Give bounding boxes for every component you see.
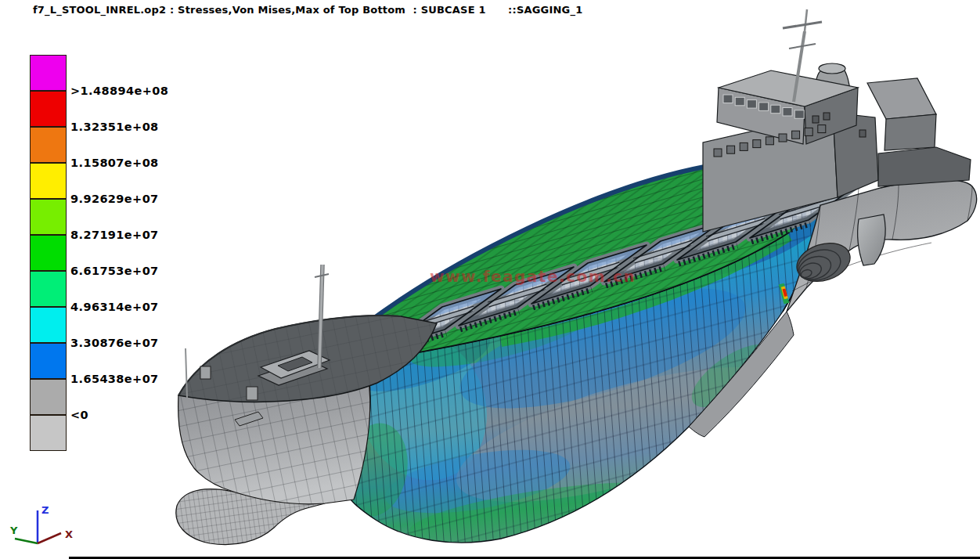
- funnel-top: [819, 63, 845, 74]
- aft-block-front: [885, 114, 936, 150]
- watermark: www.feagate.com.cn: [430, 267, 636, 286]
- axis-x-label: X: [65, 528, 73, 540]
- aft-block-top: [867, 78, 936, 119]
- model-viewport[interactable]: www.feagate.com.cn Z Y X: [0, 0, 980, 559]
- bollard: [247, 387, 258, 400]
- axis-z-label: Z: [41, 504, 49, 516]
- rudder: [858, 215, 885, 265]
- bollard: [200, 366, 211, 379]
- axis-y-label: Y: [9, 525, 18, 536]
- fea-postprocessor-window: f7_L_STOOL_INREL.op2 : Stresses,Von Mise…: [0, 0, 980, 559]
- stern-bulwark: [878, 147, 971, 186]
- axis-triad: Z Y X: [9, 504, 73, 543]
